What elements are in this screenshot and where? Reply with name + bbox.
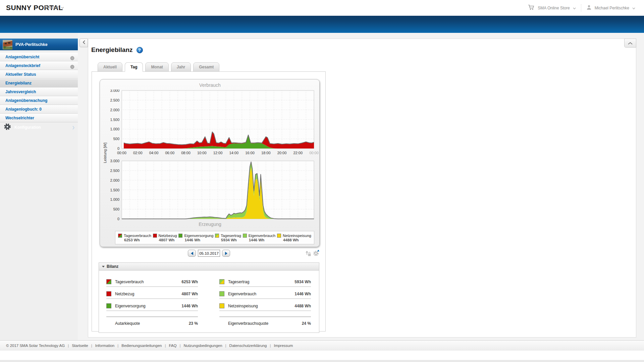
previous-day-button[interactable] [188, 250, 196, 257]
gear-icon [3, 123, 11, 132]
footer-separator: | [68, 344, 69, 348]
tab-aktuell[interactable]: Aktuell [98, 62, 122, 72]
chevron-down-icon[interactable] [573, 6, 576, 10]
bilanz-row-tagesverbrauch: Tagesverbrauch6253 Wh [106, 277, 198, 287]
header-right-group: SMA Online Store Michael Perlitschke [528, 0, 635, 16]
sidebar-collapse-button[interactable] [79, 39, 88, 47]
tab-tag[interactable]: Tag [125, 62, 143, 72]
legend-swatch [178, 234, 182, 238]
sidebar-item-label: Anlagenlogbuch: 0 [5, 107, 42, 112]
bilanz-quote-eigenverbrauchsquote: Eigenverbrauchsquote24 % [219, 316, 311, 327]
bilanz-quote-value: 24 % [302, 321, 311, 326]
footer-spacer [0, 351, 644, 360]
legend-item-netzeinspeisung: Netzeinspeisung4488 Wh [277, 232, 311, 243]
arrow-left-icon [191, 252, 193, 255]
legend-name: Netzeinspeisung [283, 234, 311, 238]
legend-value: 1446 Wh [184, 238, 213, 242]
store-link[interactable]: SMA Online Store [538, 6, 570, 10]
svg-text:2.000: 2.000 [110, 108, 119, 112]
publish-icon[interactable] [305, 249, 311, 258]
footer-separator: | [91, 344, 92, 348]
bilanz-row-value: 1446 Wh [294, 292, 311, 296]
legend-name: Tagesverbrauch [124, 234, 151, 238]
tab-content-box: Verbrauch Leistung [W] 05001.0001.5002.0… [92, 71, 326, 331]
tab-gesamt[interactable]: Gesamt [193, 62, 219, 72]
chart-title-verbrauch: Verbrauch [100, 82, 320, 88]
bilanz-row-netzbezug: Netzbezug4807 Wh [106, 289, 198, 299]
svg-text:1.500: 1.500 [110, 118, 119, 122]
top-header-bar: SUNNY PORTAL Deutsch SMA Online Store Mi… [0, 0, 644, 16]
tab-monat[interactable]: Monat [145, 62, 168, 72]
sidebar-item-anlagen-bersicht[interactable]: Anlagenübersicht [0, 53, 78, 61]
scroll-top-button[interactable] [624, 39, 636, 48]
plant-header[interactable]: PVA-Perlitschke [0, 39, 78, 50]
plant-thumbnail [3, 40, 12, 49]
bilanz-row-value: 4807 Wh [181, 292, 198, 296]
svg-text:3.000: 3.000 [110, 89, 119, 93]
sidebar-item-label: Anlagensteckbrief [5, 63, 40, 68]
chevron-down-icon [61, 5, 64, 10]
bilanz-quote-name: Eigenverbrauchsquote [228, 321, 268, 326]
svg-text:10:00: 10:00 [197, 151, 207, 155]
sidebar-item-wechselrichter[interactable]: Wechselrichter [0, 114, 78, 122]
bilanz-header[interactable]: Bilanz [99, 262, 319, 270]
footer: © 2017 SMA Solar Technology AG|Startseit… [0, 340, 644, 351]
bilanz-row-name: Eigenversorgung [115, 304, 146, 308]
sidebar-item-label: Anlagenüberwachung [5, 98, 47, 103]
date-input[interactable] [198, 250, 220, 257]
footer-link-nutzungsbedingungen[interactable]: Nutzungsbedingungen [183, 344, 222, 348]
sidebar-item-aktueller-status[interactable]: Aktueller Status [0, 70, 78, 79]
help-icon[interactable]: ? [137, 47, 143, 53]
sidebar-item-label: Jahresvergleich [5, 89, 36, 94]
bilanz-swatch [219, 291, 224, 296]
bilanz-row-name: Netzeinspeisung [228, 304, 258, 308]
legend-name: Netzbezug [159, 234, 177, 238]
legend-item-eigenversorgung: Eigenversorgung1446 Wh [178, 232, 213, 243]
svg-text:1.000: 1.000 [110, 127, 119, 131]
sidebar-item-konfiguration[interactable]: Konfiguration [0, 122, 78, 133]
footer-link-information[interactable]: Information [95, 344, 115, 348]
chevron-up-icon [628, 40, 633, 46]
bilanz-quote-name: Autarkiequote [115, 321, 140, 326]
footer-separator: | [165, 344, 166, 348]
sidebar-item-anlagen-berwachung[interactable]: Anlagenüberwachung [0, 96, 78, 105]
footer-separator: | [117, 344, 118, 348]
sidebar-item-anlagensteckbrief[interactable]: Anlagensteckbrief [0, 61, 78, 70]
date-navigation [92, 250, 326, 257]
footer-link-datenschutzerkl-rung[interactable]: Datenschutzerklärung [229, 344, 267, 348]
bilanz-swatch [106, 291, 111, 296]
sidebar-item-jahresvergleich[interactable]: Jahresvergleich [0, 87, 78, 96]
footer-link-impressum[interactable]: Impressum [274, 344, 293, 348]
legend-swatch [118, 234, 122, 238]
footer-link-bedienungsanleitungen[interactable]: Bedienungsanleitungen [121, 344, 162, 348]
legend-value: 4488 Wh [283, 238, 311, 242]
collapse-triangle-icon [102, 266, 105, 267]
next-day-button[interactable] [222, 250, 230, 257]
legend-value: 1446 Wh [249, 238, 276, 242]
svg-text:1.000: 1.000 [110, 197, 119, 201]
svg-text:500: 500 [113, 207, 119, 211]
bilanz-row-value: 4488 Wh [294, 304, 311, 308]
tab-jahr[interactable]: Jahr [171, 62, 191, 72]
settings-gear-icon[interactable] [313, 249, 320, 258]
chevron-right-icon [72, 125, 75, 131]
header-blue-bar [0, 16, 644, 33]
bilanz-row-value: 1446 Wh [181, 304, 198, 308]
svg-text:2.000: 2.000 [110, 178, 119, 182]
sidebar: PVA-Perlitschke AnlagenübersichtAnlagens… [0, 33, 78, 340]
bilanz-column-right: Tagesertrag5934 WhEigenverbrauch1446 WhN… [219, 277, 311, 327]
bilanz-panel: Bilanz Tagesverbrauch6253 WhNetzbezug480… [99, 262, 319, 333]
sidebar-item-label: Anlagenübersicht [5, 55, 39, 59]
chevron-down-icon[interactable] [632, 6, 635, 10]
sidebar-item-energiebilanz[interactable]: Energiebilanz [0, 79, 78, 87]
legend-swatch [277, 234, 281, 238]
footer-link-faq[interactable]: FAQ [169, 344, 176, 348]
footer-link-startseite[interactable]: Startseite [72, 344, 88, 348]
plant-name: PVA-Perlitschke [15, 42, 48, 47]
copyright: © 2017 SMA Solar Technology AG [6, 344, 65, 348]
bilanz-row-name: Netzbezug [115, 292, 134, 296]
user-menu[interactable]: Michael Perlitschke [595, 6, 629, 10]
sidebar-item-anlagenlogbuch-0[interactable]: Anlagenlogbuch: 0 [0, 105, 78, 114]
language-selector[interactable]: Deutsch [45, 5, 64, 10]
title-row: Energiebilanz ? [91, 46, 143, 54]
